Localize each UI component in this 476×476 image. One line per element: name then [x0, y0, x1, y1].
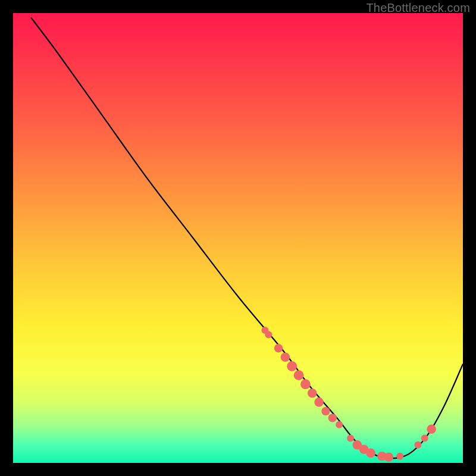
highlight-dot: [336, 421, 343, 428]
highlight-dot: [300, 379, 311, 389]
curve-overlay: [13, 13, 463, 463]
highlight-dot: [396, 453, 403, 460]
highlight-dot: [427, 425, 436, 434]
highlight-dot: [384, 452, 394, 462]
highlight-dot: [347, 434, 354, 441]
highlight-dot: [366, 449, 375, 458]
highlight-dot: [281, 353, 290, 362]
highlight-dot: [308, 389, 317, 398]
highlight-dot: [274, 344, 283, 352]
highlight-dot: [321, 407, 330, 415]
highlight-dot: [314, 397, 324, 407]
highlight-dot: [287, 361, 297, 371]
highlight-dot: [265, 331, 272, 339]
highlight-dot: [328, 414, 337, 422]
highlight-dot: [294, 370, 304, 380]
highlight-dots: [261, 327, 436, 462]
highlight-dot: [414, 441, 421, 449]
bottleneck-curve: [31, 18, 463, 459]
highlight-dot: [421, 434, 428, 441]
